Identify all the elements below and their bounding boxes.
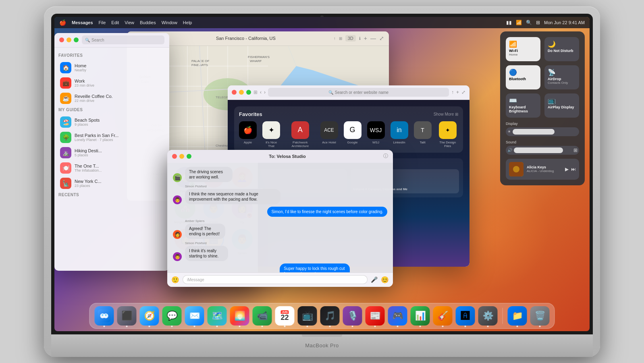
safari-tl-yellow[interactable] — [239, 90, 244, 95]
apple-logo-icon[interactable]: 🍎 — [59, 19, 66, 26]
fav-patchwork[interactable]: A Patchwork Architecture — [286, 121, 315, 148]
dock: ⬛ 🧭 💬 ✉️ 🗺️ 🌅 📹 — [89, 303, 555, 329]
menu-help[interactable]: Help — [183, 20, 192, 25]
dock-launchpad[interactable]: ⬛ — [117, 306, 137, 326]
guide-hiking[interactable]: ⛰️ Hiking Desti... 5 places — [58, 145, 165, 160]
sidebar-item-home[interactable]: 🏠 Home Nearby — [58, 60, 165, 75]
cc-bottom-row: ⌨️ Keyboard Brightness 📺 AirPlay Display — [506, 93, 579, 118]
menu-file[interactable]: File — [99, 20, 106, 25]
dock-photos[interactable]: 🌅 — [230, 306, 249, 326]
dock-trash[interactable]: 🗑️ — [530, 306, 550, 326]
screenshot-icon[interactable]: ⊞ — [536, 20, 540, 25]
sidebar-item-coffee[interactable]: ☕ Reveille Coffee Co. 22 min drive — [58, 91, 165, 106]
cc-airplay-display-btn[interactable]: ⊞ — [573, 147, 578, 153]
safari-share-icon[interactable]: ↑ — [451, 89, 454, 95]
safari-address-bar[interactable]: 🔍 Search or enter website name — [268, 88, 449, 97]
cc-airdrop-tile[interactable]: 📡 AirDrop Contacts Only — [544, 65, 579, 89]
fav-tallt[interactable]: T Tallt — [414, 121, 432, 148]
messages-info-btn[interactable]: ⓘ — [383, 153, 388, 160]
safari-add-btn[interactable]: + — [456, 89, 459, 95]
fav-design[interactable]: ✦ The Design Files — [437, 121, 458, 148]
dock-numbers[interactable]: 📊 — [411, 306, 430, 326]
maps-share-icon[interactable]: ↑ — [334, 36, 336, 41]
guide-parks[interactable]: 🌳 Best Parks in San Fr... Lonely Planet … — [58, 130, 165, 145]
fav-google[interactable]: G Google — [344, 121, 361, 148]
safari-tl-green[interactable] — [246, 90, 251, 95]
cc-wifi-label: Wi-Fi — [509, 49, 518, 53]
cc-keyboard-tile[interactable]: ⌨️ Keyboard Brightness — [506, 93, 540, 118]
maps-expand-btn[interactable]: ⤢ — [379, 35, 384, 41]
menu-buddies[interactable]: Buddies — [140, 20, 156, 25]
fav-linkedin[interactable]: in LinkedIn — [391, 121, 408, 148]
dock-podcasts[interactable]: 🎙️ — [343, 306, 362, 326]
cc-airplay-tile[interactable]: 📺 AirPlay Display — [544, 93, 579, 118]
show-more-btn[interactable]: Show More ⊞ — [434, 112, 458, 116]
messages-send-btn[interactable]: 😊 — [381, 276, 389, 284]
cc-display-slider-row: Display ☀ — [506, 122, 579, 136]
tl-green[interactable] — [74, 37, 79, 42]
dock-appstore[interactable]: 🅰 — [456, 306, 475, 326]
maps-icon: 🗺️ — [212, 311, 222, 321]
dock-garageband[interactable]: 🎸 — [433, 306, 453, 326]
dock-appletv[interactable]: 📺 — [298, 306, 317, 326]
active-app-name[interactable]: Messages — [72, 20, 93, 25]
dock-arcade[interactable]: 🎮 — [388, 306, 407, 326]
fav-its-nice[interactable]: ✦ It's Nice That — [262, 121, 280, 148]
maps-pages-icon[interactable]: ⊞ — [339, 36, 342, 41]
favorites-section-title: Favorites — [58, 53, 165, 58]
cc-bluetooth-tile[interactable]: 🔵 Bluetooth — [506, 65, 540, 89]
messages-tl-green[interactable] — [187, 154, 191, 159]
fav-wsj[interactable]: WSJ WSJ — [367, 121, 385, 148]
cc-wifi-tile[interactable]: 📶 Wi-Fi Home — [506, 37, 540, 61]
dock-news[interactable]: 📰 — [366, 306, 385, 326]
wifi-icon[interactable]: 📶 — [516, 20, 522, 25]
cc-dnd-tile[interactable]: 🌙 Do Not Disturb — [544, 37, 579, 61]
cc-display-slider[interactable]: ☀ — [506, 127, 579, 136]
maps-3d-btn[interactable]: 3D — [345, 35, 356, 41]
messages-input-field[interactable]: iMessage — [183, 275, 368, 284]
dock-calendar[interactable]: JUN22 — [275, 306, 295, 326]
dock-finder[interactable] — [95, 306, 114, 326]
messages-tl-red[interactable] — [172, 154, 177, 159]
cc-playback-controls: ▶ ⏭ — [565, 166, 576, 172]
messages-tl-yellow[interactable] — [179, 154, 184, 159]
menu-window[interactable]: Window — [162, 20, 177, 25]
dock-facetime[interactable]: 📹 — [253, 306, 272, 326]
fav-wsj-label: WSJ — [372, 141, 379, 144]
tl-red[interactable] — [59, 37, 64, 42]
cc-next-btn[interactable]: ⏭ — [571, 166, 576, 172]
safari-url-text[interactable]: Search or enter website name — [335, 90, 388, 95]
messages-emoji-btn[interactable]: 🙂 — [171, 276, 179, 284]
guide-beach[interactable]: 🏖️ Beach Spots 9 places — [58, 114, 165, 130]
fav-ace[interactable]: ACE Ace Hotel — [320, 121, 338, 148]
safari-forward-btn[interactable]: › — [264, 89, 266, 95]
dock-messages[interactable]: 💬 — [162, 306, 182, 326]
search-status-icon[interactable]: 🔍 — [526, 20, 532, 25]
sidebar-item-work[interactable]: 💼 Work 23 min drive — [58, 75, 165, 91]
menu-view[interactable]: View — [125, 20, 134, 25]
news-icon: 📰 — [370, 311, 380, 321]
safari-tl-red[interactable] — [232, 90, 237, 95]
cc-play-btn[interactable]: ▶ — [565, 166, 569, 172]
dock-mail[interactable]: ✉️ — [185, 306, 204, 326]
safari-fullscreen-btn[interactable]: ⤢ — [461, 89, 465, 95]
dock-safari[interactable]: 🧭 — [140, 306, 159, 326]
guide-one[interactable]: 🍽️ The One T... The Infatuation... — [58, 160, 165, 176]
safari-tab-icon[interactable]: ⊞ — [253, 89, 258, 95]
dock-notes-files[interactable]: 📁 — [508, 306, 527, 326]
dock-system-prefs[interactable]: ⚙️ — [478, 306, 498, 326]
safari-back-btn[interactable]: ‹ — [260, 89, 262, 95]
cc-sound-slider[interactable]: 🔊 ⊞ — [506, 146, 579, 155]
sidebar-search-field[interactable]: 🔍 Search — [82, 35, 164, 44]
dock-music[interactable]: 🎵 — [320, 306, 340, 326]
dock-maps[interactable]: 🗺️ — [208, 306, 227, 326]
maps-info-icon[interactable]: ℹ — [359, 36, 361, 41]
maps-minus-btn[interactable]: — — [370, 35, 376, 41]
maps-plus-btn[interactable]: + — [364, 35, 367, 41]
menu-edit[interactable]: Edit — [111, 20, 119, 25]
messages-mic-btn[interactable]: 🎤 — [371, 276, 378, 283]
guide-newyork[interactable]: 🗽 New York C... 23 places — [58, 176, 165, 191]
hiking-sub: 5 places — [75, 153, 164, 157]
fav-apple[interactable]: 🍎 Apple — [239, 121, 257, 148]
tl-yellow[interactable] — [66, 37, 71, 42]
